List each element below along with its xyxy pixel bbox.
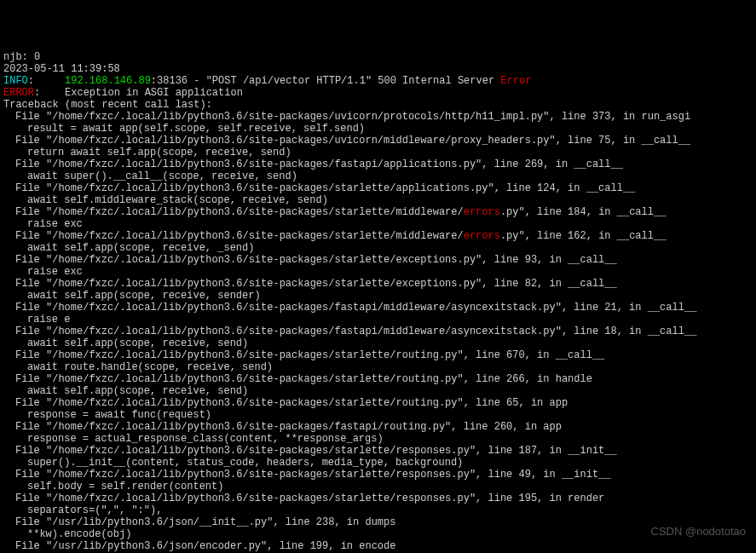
log-line: 2023-05-11 11:39:58 [3,63,753,75]
log-line: File "/home/fxzc/.local/lib/python3.6/si… [3,373,753,385]
log-line: await self.app(scope, receive, _send) [3,242,753,254]
log-line: File "/home/fxzc/.local/lib/python3.6/si… [3,230,753,242]
log-line: raise exc [3,266,753,278]
log-line: await super().__call__(scope, receive, s… [3,170,753,182]
log-line: INFO: 192.168.146.89:38136 - "POST /api/… [3,75,753,87]
log-line: self.body = self.render(content) [3,481,753,493]
log-line: await self.app(scope, receive, send) [3,337,753,349]
log-line: File "/home/fxzc/.local/lib/python3.6/si… [3,135,753,147]
log-line: raise e [3,314,753,325]
log-line: return await self.app(scope, receive, se… [3,147,753,158]
log-line: File "/home/fxzc/.local/lib/python3.6/si… [3,469,753,481]
log-line: response = actual_response_class(content… [3,433,753,445]
log-line: File "/home/fxzc/.local/lib/python3.6/si… [3,397,753,409]
log-line: File "/home/fxzc/.local/lib/python3.6/si… [3,278,753,290]
log-line: File "/home/fxzc/.local/lib/python3.6/si… [3,206,753,218]
log-line: super().__init__(content, status_code, h… [3,457,753,469]
log-line: File "/home/fxzc/.local/lib/python3.6/si… [3,158,753,170]
terminal-output: njb: 02023-05-11 11:39:58INFO: 192.168.1… [3,51,753,553]
log-line: File "/home/fxzc/.local/lib/python3.6/si… [3,111,753,123]
log-line: File "/home/fxzc/.local/lib/python3.6/si… [3,493,753,504]
log-line: File "/home/fxzc/.local/lib/python3.6/si… [3,349,753,361]
log-line: File "/usr/lib/python3.6/json/__init__.p… [3,516,753,528]
log-line: separators=(",", ":"), [3,504,753,516]
log-line: File "/home/fxzc/.local/lib/python3.6/si… [3,302,753,314]
log-line: File "/home/fxzc/.local/lib/python3.6/si… [3,421,753,433]
log-line: raise exc [3,218,753,230]
log-line: Traceback (most recent call last): [3,99,753,111]
log-line: File "/home/fxzc/.local/lib/python3.6/si… [3,254,753,266]
log-line: **kw).encode(obj) [3,528,753,540]
log-line: File "/home/fxzc/.local/lib/python3.6/si… [3,325,753,337]
log-line: await route.handle(scope, receive, send) [3,361,753,373]
log-line: response = await func(request) [3,409,753,421]
log-line: File "/home/fxzc/.local/lib/python3.6/si… [3,182,753,194]
log-line: File "/usr/lib/python3.6/json/encoder.py… [3,540,753,552]
log-line: File "/home/fxzc/.local/lib/python3.6/si… [3,445,753,457]
log-line: njb: 0 [3,51,753,63]
log-line: ERROR: Exception in ASGI application [3,87,753,99]
log-line: result = await app(self.scope, self.rece… [3,123,753,135]
log-line: await self.app(scope, receive, sender) [3,290,753,302]
log-line: await self.middleware_stack(scope, recei… [3,194,753,206]
log-line: await self.app(scope, receive, send) [3,385,753,397]
